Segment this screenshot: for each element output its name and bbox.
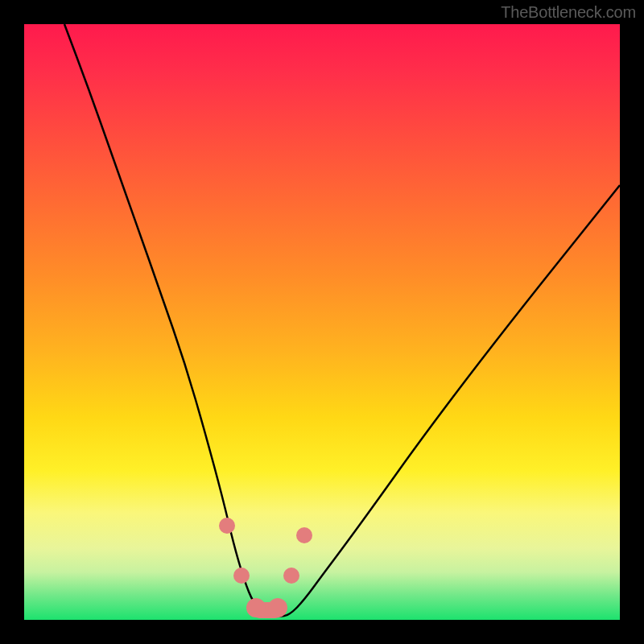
chart-frame: TheBottleneck.com bbox=[0, 0, 644, 644]
marker-layer bbox=[219, 518, 312, 618]
chart-svg bbox=[24, 24, 620, 620]
right-cap-top bbox=[296, 527, 312, 543]
chart-plot-area bbox=[24, 24, 620, 620]
left-cap-top bbox=[219, 518, 235, 534]
trough-left bbox=[246, 598, 266, 617]
right-cap-bottom bbox=[283, 568, 299, 584]
watermark-text: TheBottleneck.com bbox=[501, 3, 636, 22]
bottleneck-curve bbox=[64, 24, 620, 617]
left-cap-bottom bbox=[233, 568, 250, 584]
trough-right bbox=[268, 598, 287, 617]
